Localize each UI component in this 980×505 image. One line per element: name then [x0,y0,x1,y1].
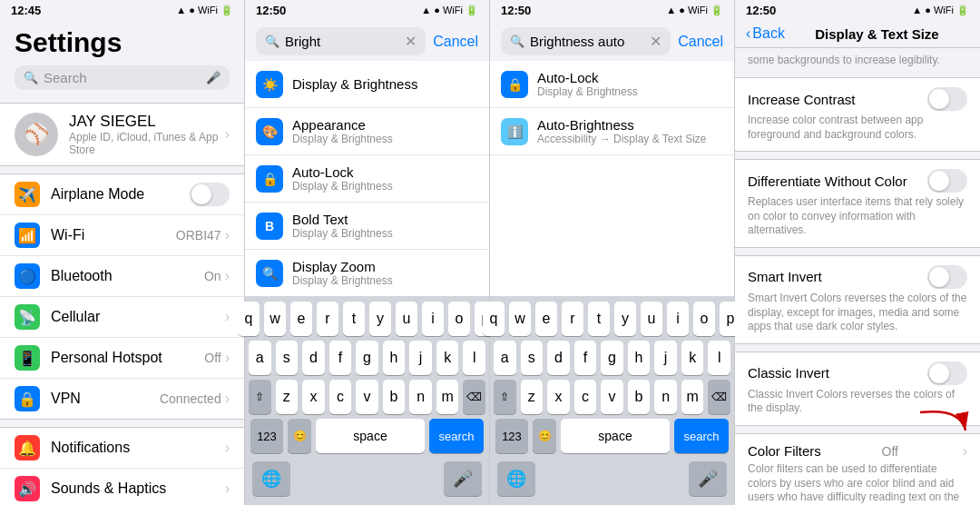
smart-invert-toggle[interactable] [927,265,967,289]
key-m[interactable]: m [436,380,459,414]
airplane-toggle[interactable] [190,183,230,206]
key-mic[interactable]: 🎤 [444,461,482,496]
key-g[interactable]: g [356,341,378,375]
key-w[interactable]: w [264,302,286,336]
key-3-f[interactable]: f [574,341,597,375]
result-appearance[interactable]: 🎨 Appearance Display & Brightness [245,108,489,155]
cellular-item[interactable]: 📡 Cellular › [0,297,244,338]
diff-color-item[interactable]: Differentiate Without Color Replaces use… [735,160,980,247]
key-e[interactable]: e [290,302,312,336]
key-3-l[interactable]: l [708,341,730,375]
key-3-u[interactable]: u [641,302,662,336]
key-o[interactable]: o [448,302,470,336]
key-3-r[interactable]: r [562,302,583,336]
back-button[interactable]: ‹ Back [746,25,785,42]
key-a[interactable]: a [249,341,271,375]
key-3-a[interactable]: a [494,341,516,375]
key-r[interactable]: r [317,302,338,336]
key-num[interactable]: 123 [250,419,283,453]
key-h[interactable]: h [383,341,406,375]
diff-color-toggle[interactable] [927,169,967,193]
key-f[interactable]: f [329,341,352,375]
key-d[interactable]: d [302,341,325,375]
key-emoji[interactable]: 😊 [288,419,311,453]
search-field-2[interactable]: 🔍 Bright ✕ [256,27,426,55]
key-3-b[interactable]: b [628,380,651,414]
key-u[interactable]: u [396,302,417,336]
key-3-shift[interactable]: ⇧ [494,380,516,414]
key-3-n[interactable]: n [654,380,677,414]
key-3-x[interactable]: x [547,380,570,414]
key-k[interactable]: k [436,341,459,375]
key-s[interactable]: s [276,341,299,375]
key-search[interactable]: search [429,419,484,453]
bluetooth-item[interactable]: 🔵 Bluetooth On › [0,256,244,297]
key-v[interactable]: v [356,380,378,414]
key-3-j[interactable]: j [654,341,677,375]
classic-invert-toggle[interactable] [927,361,967,385]
cancel-button-3[interactable]: Cancel [678,34,723,50]
smart-invert-item[interactable]: Smart Invert Smart Invert Colors reverse… [735,256,980,343]
key-3-q[interactable]: q [483,302,505,336]
hotspot-item[interactable]: 📱 Personal Hotspot Off › [0,338,244,379]
key-3-d[interactable]: d [547,341,570,375]
key-q[interactable]: q [238,302,260,336]
clear-button-3[interactable]: ✕ [650,33,662,50]
key-3-k[interactable]: k [681,341,704,375]
wifi-item[interactable]: 📶 Wi-Fi ORBI47 › [0,215,244,256]
cancel-button-2[interactable]: Cancel [433,34,478,50]
key-3-i[interactable]: i [667,302,689,336]
key-x[interactable]: x [302,380,325,414]
notifications-item[interactable]: 🔔 Notifications › [0,428,244,469]
key-3-c[interactable]: c [574,380,597,414]
classic-invert-item[interactable]: Classic Invert Classic Invert Colors rev… [735,352,980,425]
key-3-space[interactable]: space [561,419,670,453]
settings-search-bar[interactable]: 🔍 Search 🎤 [15,65,230,90]
result-autolock[interactable]: 🔒 Auto-Lock Display & Brightness [245,155,489,203]
result-autobrightness-3[interactable]: ℹ️ Auto-Brightness Accessibility → Displ… [490,108,734,155]
key-3-delete[interactable]: ⌫ [708,380,730,414]
key-3-m[interactable]: m [681,380,704,414]
key-3-globe[interactable]: 🌐 [497,461,535,496]
search-field-3[interactable]: 🔍 Brightness auto ✕ [501,27,671,55]
key-3-mic[interactable]: 🎤 [689,461,727,496]
key-3-v[interactable]: v [601,380,623,414]
sounds-item[interactable]: 🔊 Sounds & Haptics › [0,469,244,505]
key-3-num[interactable]: 123 [495,419,528,453]
key-y[interactable]: y [369,302,391,336]
key-i[interactable]: i [422,302,444,336]
color-filters-item[interactable]: Color Filters Off › Color filters can be… [735,434,980,505]
key-3-o[interactable]: o [693,302,715,336]
result-boldtext[interactable]: B Bold Text Display & Brightness [245,203,489,250]
key-3-s[interactable]: s [521,341,544,375]
key-b[interactable]: b [383,380,406,414]
key-delete[interactable]: ⌫ [463,380,485,414]
increase-contrast-toggle[interactable] [927,87,967,111]
key-3-e[interactable]: e [535,302,557,336]
key-3-t[interactable]: t [588,302,610,336]
increase-contrast-item[interactable]: Increase Contrast Increase color contras… [735,78,980,151]
vpn-item[interactable]: 🔒 VPN Connected › [0,379,244,419]
result-display-brightness[interactable]: ☀️ Display & Brightness [245,61,489,108]
key-c[interactable]: c [329,380,352,414]
key-l[interactable]: l [463,341,485,375]
key-globe[interactable]: 🌐 [252,461,290,496]
clear-button-2[interactable]: ✕ [405,33,416,50]
key-3-g[interactable]: g [601,341,623,375]
key-space[interactable]: space [316,419,425,453]
key-t[interactable]: t [343,302,365,336]
result-autolock-3[interactable]: 🔒 Auto-Lock Display & Brightness [490,61,734,108]
key-n[interactable]: n [409,380,432,414]
key-z[interactable]: z [276,380,299,414]
key-3-y[interactable]: y [614,302,636,336]
result-displayzoom[interactable]: 🔍 Display Zoom Display & Brightness [245,250,489,296]
key-j[interactable]: j [409,341,432,375]
airplane-mode-item[interactable]: ✈️ Airplane Mode [0,174,244,215]
key-3-z[interactable]: z [521,380,544,414]
key-shift[interactable]: ⇧ [249,380,271,414]
user-profile-row[interactable]: ⚾ JAY SIEGEL Apple ID, iCloud, iTunes & … [0,103,244,166]
key-3-search[interactable]: search [674,419,729,453]
key-3-w[interactable]: w [509,302,531,336]
key-3-emoji[interactable]: 😊 [533,419,556,453]
key-3-h[interactable]: h [628,341,651,375]
